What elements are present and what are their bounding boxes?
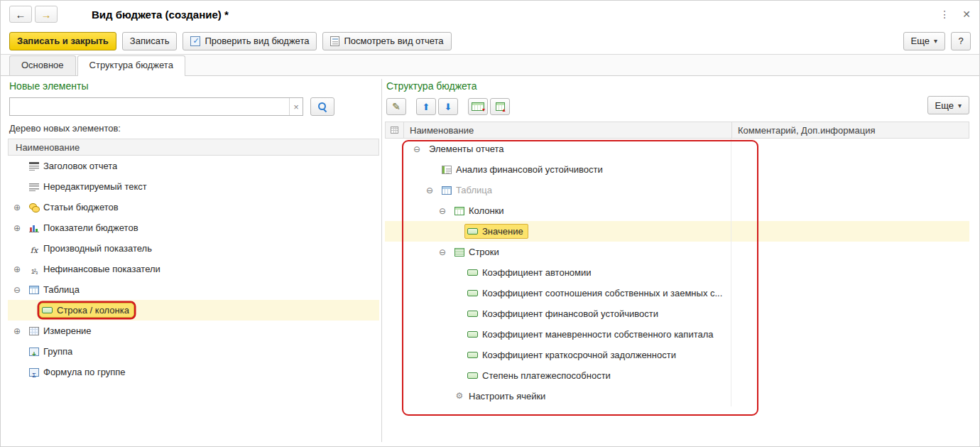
tree-row[interactable]: Формула по группе	[8, 362, 379, 382]
tree-item: ⚙Настроить ячейки	[452, 389, 550, 404]
tree-row[interactable]: Анализ финансовой устойчивости	[385, 159, 969, 180]
move-down-button[interactable]: ⬇	[438, 98, 458, 115]
clear-search-icon[interactable]: ×	[289, 98, 303, 115]
tree-item: Таблица	[439, 183, 497, 198]
expand-node-icon[interactable]: ⊕	[13, 326, 26, 336]
tree-row[interactable]: Заголовок отчета	[8, 156, 379, 176]
tree-row[interactable]: Коэффициент маневренности собственного к…	[385, 324, 969, 345]
comment-cell	[731, 303, 969, 324]
budget-structure-panel: Структура бюджета ✎ ⬆ ⬇ Еще ▾ Наименован…	[385, 79, 969, 442]
search-input[interactable]	[10, 98, 289, 115]
chevron-down-icon: ▾	[934, 37, 937, 45]
structure-toolbar: ✎ ⬆ ⬇ Еще ▾	[386, 96, 969, 117]
tree-row[interactable]: Группа	[8, 341, 379, 362]
tree-row[interactable]: Строка / колонка	[8, 300, 379, 321]
search-box: ×	[9, 97, 303, 116]
formula-icon	[29, 368, 39, 377]
tree-item: Нередактируемый текст	[26, 179, 152, 194]
tree-item-label: Статьи бюджетов	[43, 202, 119, 212]
tree-item-label: Анализ финансовой устойчивости	[456, 164, 603, 175]
tree-row[interactable]: Коэффициент финансовой устойчивости	[385, 303, 969, 324]
structure-more-button[interactable]: Еще ▾	[927, 96, 969, 114]
tree-row[interactable]: ⊖Элементы отчета	[385, 139, 969, 159]
tree-item: Анализ финансовой устойчивости	[439, 162, 608, 177]
tree-item-label: Значение	[482, 226, 523, 237]
tree-row[interactable]: Значение	[385, 221, 969, 242]
save-label: Записать	[130, 36, 170, 46]
tree-row[interactable]: Производный показатель	[8, 238, 379, 259]
forward-arrow-icon: →	[41, 9, 52, 21]
tab-budget-structure[interactable]: Структура бюджета	[77, 55, 185, 76]
table-green-icon	[454, 207, 464, 215]
tree-row[interactable]: ⚙Настроить ячейки	[385, 386, 969, 406]
tree-item-label: Элементы отчета	[429, 144, 504, 154]
tree-item: Таблица	[26, 282, 85, 297]
collapse-node-icon[interactable]: ⊖	[13, 285, 26, 295]
tree-item-label: Группа	[43, 346, 72, 357]
help-button[interactable]: ?	[951, 32, 971, 50]
tree-row[interactable]: ⊖Таблица	[8, 279, 379, 300]
save-and-close-button[interactable]: Записать и закрыть	[9, 32, 116, 50]
edit-button[interactable]: ✎	[386, 98, 406, 115]
tree-item: Строки	[452, 244, 504, 259]
collapse-all-button[interactable]	[490, 98, 510, 115]
name-column-header: Наименование	[404, 122, 732, 138]
title-bar: ← → Вид бюджета (создание) * ⋮ ✕	[1, 1, 979, 28]
tab-main[interactable]: Основное	[9, 55, 76, 75]
tree-row[interactable]: ⊕Измерение	[8, 321, 379, 341]
chevron-down-icon: ▾	[958, 102, 962, 109]
budget-structure-title: Структура бюджета	[386, 80, 477, 92]
back-button[interactable]: ←	[9, 6, 32, 23]
tree-item: Нефинансовые показатели	[26, 262, 165, 276]
collapse-node-icon[interactable]: ⊖	[426, 185, 439, 195]
close-icon[interactable]: ✕	[962, 9, 971, 20]
panel-splitter[interactable]	[381, 79, 382, 442]
row-col-icon	[467, 352, 478, 358]
check-label: Проверить вид бюджета	[205, 36, 309, 46]
check-budget-view-button[interactable]: Проверить вид бюджета	[183, 32, 317, 50]
save-button[interactable]: Записать	[122, 32, 178, 50]
expand-node-icon[interactable]: ⊕	[13, 223, 26, 233]
table-blue-icon	[442, 186, 452, 195]
expand-node-icon[interactable]: ⊕	[13, 264, 26, 274]
tree-row[interactable]: Степень платежеспособности	[385, 365, 969, 386]
tree-item: Коэффициент маневренности собственного к…	[464, 327, 719, 342]
left-tree-header: Наименование	[8, 139, 379, 156]
tree-row[interactable]: ⊖Колонки	[385, 200, 969, 221]
collapse-node-icon[interactable]: ⊖	[439, 247, 452, 257]
tab-bar: Основное Структура бюджета	[1, 55, 979, 76]
tree-row[interactable]: ⊕Нефинансовые показатели	[8, 259, 379, 279]
tree-item: Строка / колонка	[39, 303, 134, 318]
collapse-levels-icon	[496, 102, 505, 111]
more-button[interactable]: Еще ▾	[903, 32, 945, 50]
tree-row[interactable]: Коэффициент соотношения собственных и за…	[385, 283, 969, 303]
collapse-node-icon[interactable]: ⊖	[439, 206, 452, 216]
more-label: Еще	[911, 36, 930, 46]
tree-row[interactable]: ⊖Строки	[385, 242, 969, 262]
back-arrow-icon: ←	[16, 9, 26, 21]
tree-item: Колонки	[452, 203, 509, 218]
expand-node-icon[interactable]: ⊕	[13, 203, 26, 212]
move-up-button[interactable]: ⬆	[416, 98, 436, 115]
search-row: ×	[9, 97, 334, 116]
tree-row[interactable]: Коэффициент автономии	[385, 262, 969, 283]
preview-label: Посмотреть вид отчета	[344, 36, 443, 46]
expand-all-button[interactable]	[468, 98, 488, 115]
tree-row[interactable]: Коэффициент краткосрочной задолженности	[385, 345, 969, 365]
tree-row[interactable]: ⊖Таблица	[385, 180, 969, 200]
tree-row[interactable]: ⊕Показатели бюджетов	[8, 217, 379, 238]
comment-cell	[731, 221, 969, 242]
window-menu-icon[interactable]: ⋮	[940, 9, 949, 20]
tree-caption: Дерево новых элементов:	[9, 123, 121, 134]
row-col-icon	[467, 331, 478, 338]
tree-item-label: Таблица	[456, 185, 492, 195]
tree-row[interactable]: ⊕Статьи бюджетов	[8, 197, 379, 217]
preview-report-button[interactable]: Посмотреть вид отчета	[322, 32, 451, 50]
row-col-icon	[467, 228, 478, 235]
forward-button[interactable]: →	[35, 6, 58, 23]
tree-row[interactable]: Нередактируемый текст	[8, 176, 379, 197]
comment-cell	[731, 324, 969, 345]
tree-item: Значение	[464, 224, 528, 239]
search-button[interactable]	[310, 97, 334, 116]
collapse-node-icon[interactable]: ⊖	[413, 144, 426, 154]
